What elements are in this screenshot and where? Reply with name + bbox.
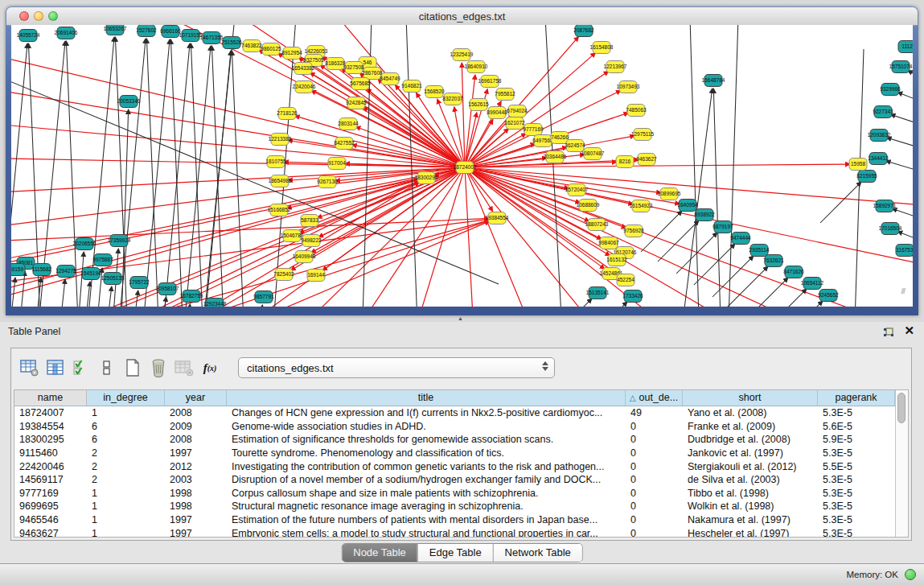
red-edge[interactable]	[465, 113, 477, 167]
black-edge[interactable]	[545, 25, 563, 307]
black-edge[interactable]	[83, 282, 90, 307]
cell-year[interactable]: 1997	[165, 514, 227, 525]
cell-out_degree[interactable]: 49	[626, 407, 683, 418]
black-edge[interactable]	[76, 252, 84, 307]
red-edge[interactable]	[465, 75, 475, 167]
column-header-short[interactable]: short	[683, 390, 818, 406]
cell-in_degree[interactable]: 1	[87, 407, 165, 418]
cell-name[interactable]: 9115460	[14, 447, 87, 459]
table-row[interactable]: 946362711997Embryonic stem cells: a mode…	[14, 526, 895, 537]
red-edge[interactable]	[465, 167, 539, 307]
black-edge[interactable]	[641, 211, 682, 252]
network-window-titlebar[interactable]: citations_edges.txt	[6, 7, 918, 26]
cell-out_degree[interactable]: 0	[626, 474, 683, 485]
black-edge[interactable]	[11, 278, 15, 307]
black-edge[interactable]	[191, 43, 205, 307]
cell-out_degree[interactable]: 0	[626, 488, 683, 499]
cell-title[interactable]: Tourette syndrome. Phenomenology and cla…	[227, 447, 626, 459]
cell-short[interactable]: de Silva et al. (2003)	[683, 474, 818, 485]
cell-name[interactable]: 9777169	[14, 488, 87, 499]
cell-pagerank[interactable]: 5.5E-5	[818, 461, 895, 472]
cell-year[interactable]: 1998	[165, 488, 227, 499]
black-edge[interactable]	[713, 89, 721, 307]
cell-title[interactable]: Structural magnetic resonance image aver…	[227, 501, 626, 512]
cell-pagerank[interactable]: 5.3E-5	[818, 407, 895, 418]
cell-pagerank[interactable]: 5.3E-5	[818, 488, 895, 499]
black-edge[interactable]	[820, 182, 861, 223]
column-header-title[interactable]: title	[227, 390, 626, 406]
memory-ok-indicator-icon[interactable]	[905, 569, 916, 580]
black-edge[interactable]	[887, 138, 913, 151]
cell-year[interactable]: 1997	[165, 528, 227, 537]
cell-title[interactable]: Changes of HCN gene expression and I(f) …	[227, 407, 626, 418]
red-edge[interactable]	[145, 182, 419, 307]
table-options-icon[interactable]	[18, 356, 42, 379]
tab-network-table[interactable]: Network Table	[493, 544, 582, 562]
cell-pagerank[interactable]: 5.3E-5	[818, 447, 895, 459]
delete-column-icon[interactable]	[146, 356, 170, 379]
red-edge[interactable]	[11, 158, 465, 167]
cell-short[interactable]: Wolkin et al. (1998)	[683, 501, 818, 512]
column-header-in_degree[interactable]: in_degree	[87, 390, 165, 406]
table-row[interactable]: 946554611997Estimation of the future num…	[14, 513, 895, 527]
cell-title[interactable]: Estimation of significance thresholds fo…	[227, 434, 626, 445]
column-header-year[interactable]: year	[165, 390, 227, 406]
cell-in_degree[interactable]: 1	[87, 488, 165, 499]
table-row[interactable]: 911546021997Tourette syndrome. Phenomeno…	[14, 447, 895, 460]
cell-year[interactable]: 1998	[165, 501, 227, 512]
table-row[interactable]: 977716911998Corpus callosum shape and si…	[14, 487, 895, 501]
red-edge[interactable]	[193, 221, 490, 307]
delete-table-icon[interactable]	[172, 356, 196, 379]
cell-short[interactable]: Tibbo et al. (1998)	[683, 488, 818, 499]
cell-year[interactable]: 2008	[165, 434, 227, 445]
cell-pagerank[interactable]: 5.3E-5	[818, 514, 895, 525]
black-edge[interactable]	[890, 114, 913, 128]
black-edge[interactable]	[18, 271, 25, 307]
black-edge[interactable]	[256, 305, 262, 307]
table-row[interactable]: 1456911722003Disruption of a novel membe…	[14, 473, 895, 487]
cell-name[interactable]: 9463627	[14, 528, 87, 537]
column-header-out_degree[interactable]: △out_de...	[626, 390, 683, 406]
black-edge[interactable]	[897, 93, 913, 105]
cell-pagerank[interactable]: 5.3E-5	[818, 501, 895, 512]
cell-name[interactable]: 9465546	[14, 514, 87, 525]
black-edge[interactable]	[892, 208, 913, 222]
splitter-handle-icon[interactable]: ▲	[458, 315, 463, 321]
cell-out_degree[interactable]: 0	[626, 514, 683, 525]
cell-in_degree[interactable]: 2	[87, 447, 165, 459]
black-edge[interactable]	[766, 289, 807, 307]
black-edge[interactable]	[105, 286, 112, 307]
cell-out_degree[interactable]: 0	[626, 434, 683, 445]
cell-pagerank[interactable]: 5.3E-5	[818, 474, 895, 485]
column-visibility-icon[interactable]	[43, 356, 68, 379]
cell-in_degree[interactable]: 1	[87, 514, 165, 525]
cell-in_degree[interactable]: 6	[87, 421, 165, 432]
cell-short[interactable]: Franke et al. (2009)	[683, 421, 818, 432]
cell-title[interactable]: Estimation of the future numbers of pati…	[227, 514, 626, 525]
cell-out_degree[interactable]: 0	[626, 461, 683, 472]
black-edge[interactable]	[908, 71, 913, 83]
cell-short[interactable]: Dudbridge et al. (2008)	[683, 434, 818, 445]
cell-title[interactable]: Embryonic stem cells: a model to study s…	[227, 528, 626, 537]
cell-year[interactable]: 2012	[165, 461, 227, 472]
table-row[interactable]: 2242004622012Investigating the contribut…	[14, 459, 895, 473]
cell-out_degree[interactable]: 0	[626, 501, 683, 512]
resize-grip-icon[interactable]: ///	[901, 287, 905, 295]
black-edge[interactable]	[897, 232, 913, 245]
black-edge[interactable]	[201, 25, 235, 307]
black-edge[interactable]	[747, 278, 788, 307]
cell-in_degree[interactable]: 2	[87, 474, 165, 485]
black-edge[interactable]	[551, 299, 592, 307]
row-cells-icon[interactable]	[95, 356, 119, 379]
function-builder-icon[interactable]: f(x)	[198, 356, 222, 379]
cell-title[interactable]: Corpus callosum shape and size in male p…	[227, 488, 626, 499]
cell-year[interactable]: 2008	[165, 407, 227, 418]
cell-short[interactable]: Nakamura et al. (1997)	[683, 514, 818, 525]
tab-edge-table[interactable]: Edge Table	[417, 544, 493, 562]
cell-title[interactable]: Investigating the contribution of common…	[227, 461, 626, 472]
table-row[interactable]: 1938455462009Genome-wide association stu…	[14, 420, 895, 434]
black-edge[interactable]	[886, 161, 913, 175]
black-edge[interactable]	[159, 297, 166, 307]
network-canvas[interactable]: 1405572420691406106532671527602696616010…	[11, 25, 913, 307]
cell-short[interactable]: Jankovic et al. (1997)	[683, 447, 818, 459]
